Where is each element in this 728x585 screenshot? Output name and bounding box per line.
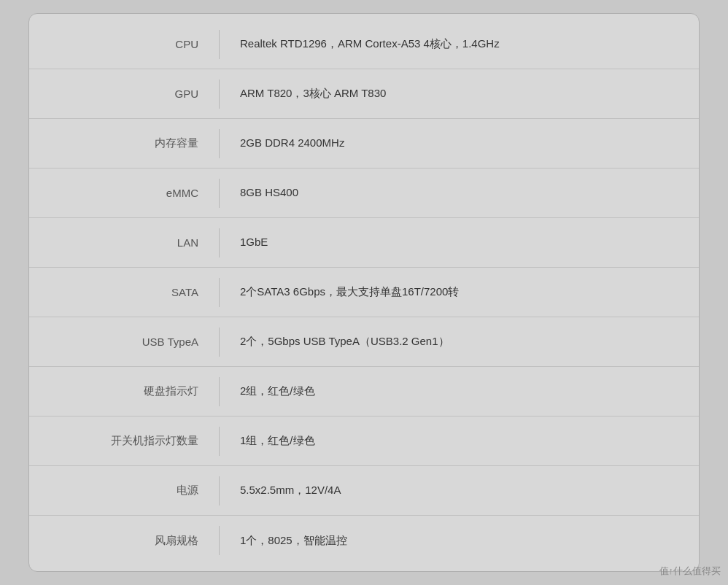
spec-value: 2个SATA3 6Gbps，最大支持单盘16T/7200转 [240, 284, 459, 301]
spec-divider [219, 80, 220, 109]
table-row: 内存容量2GB DDR4 2400MHz [29, 119, 699, 168]
spec-divider [219, 328, 220, 357]
spec-value: 1GbE [240, 234, 268, 251]
spec-value: Realtek RTD1296，ARM Cortex-A53 4核心，1.4GH… [240, 36, 500, 53]
spec-divider [219, 179, 220, 208]
spec-divider [219, 377, 220, 406]
spec-value: 2组，红色/绿色 [240, 383, 315, 400]
spec-value: 2GB DDR4 2400MHz [240, 135, 344, 152]
table-row: SATA2个SATA3 6Gbps，最大支持单盘16T/7200转 [29, 268, 699, 317]
spec-divider [219, 526, 220, 555]
table-row: eMMC8GB HS400 [29, 168, 699, 218]
table-row: LAN1GbE [29, 218, 699, 268]
spec-value: 5.5x2.5mm，12V/4A [240, 482, 341, 499]
spec-value: 2个，5Gbps USB TypeA（USB3.2 Gen1） [240, 333, 449, 350]
spec-divider [219, 30, 220, 59]
spec-label: GPU [29, 88, 219, 100]
spec-label: 开关机指示灯数量 [29, 434, 219, 448]
spec-value: 1个，8025，智能温控 [240, 532, 347, 549]
table-row: 开关机指示灯数量1组，红色/绿色 [29, 417, 699, 466]
spec-value: 1组，红色/绿色 [240, 433, 315, 449]
spec-label: USB TypeA [29, 336, 219, 348]
table-row: 风扇规格1个，8025，智能温控 [29, 516, 699, 565]
spec-value: 8GB HS400 [240, 185, 298, 201]
spec-table: CPURealtek RTD1296，ARM Cortex-A53 4核心，1.… [28, 13, 700, 572]
spec-divider [219, 228, 220, 257]
table-row: CPURealtek RTD1296，ARM Cortex-A53 4核心，1.… [29, 20, 699, 69]
spec-label: 硬盘指示灯 [29, 384, 219, 398]
watermark: 值↑什么值得买 [659, 565, 721, 578]
spec-label: SATA [29, 286, 219, 298]
table-row: GPUARM T820，3核心 ARM T830 [29, 69, 699, 119]
spec-value: ARM T820，3核心 ARM T830 [240, 85, 386, 102]
spec-label: 电源 [29, 484, 219, 497]
spec-divider [219, 278, 220, 307]
table-row: USB TypeA2个，5Gbps USB TypeA（USB3.2 Gen1） [29, 317, 699, 367]
spec-divider [219, 427, 220, 456]
spec-divider [219, 129, 220, 158]
spec-label: eMMC [29, 187, 219, 199]
table-row: 电源5.5x2.5mm，12V/4A [29, 466, 699, 516]
spec-label: 内存容量 [29, 136, 219, 150]
table-row: 硬盘指示灯2组，红色/绿色 [29, 367, 699, 417]
spec-divider [219, 476, 220, 505]
spec-label: LAN [29, 236, 219, 249]
spec-label: 风扇规格 [29, 534, 219, 548]
spec-label: CPU [29, 38, 219, 50]
